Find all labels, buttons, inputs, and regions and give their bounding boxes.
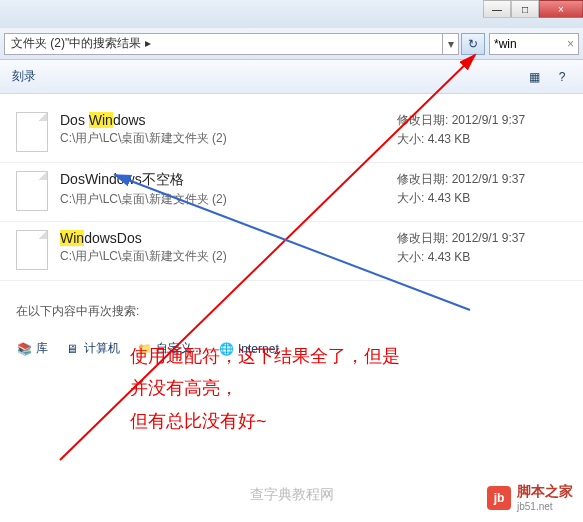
annotation-line3: 但有总比没有好~ [130, 405, 400, 437]
watermark-text: 脚本之家 [517, 483, 573, 501]
file-meta: 修改日期: 2012/9/1 9:37大小: 4.43 KB [397, 171, 567, 211]
file-row[interactable]: Dos WindowsC:\用户\LC\桌面\新建文件夹 (2)修改日期: 20… [0, 104, 583, 163]
toolbar: 刻录 ▦ ? [0, 60, 583, 94]
file-date: 修改日期: 2012/9/1 9:37 [397, 171, 567, 188]
file-name: DosWindows不空格 [60, 171, 397, 189]
watermark-logo: jb [487, 486, 511, 510]
minimize-button[interactable]: — [483, 0, 511, 18]
computer-label: 计算机 [84, 340, 120, 357]
file-date: 修改日期: 2012/9/1 9:37 [397, 230, 567, 247]
search-again-label: 在以下内容中再次搜索: [0, 291, 583, 332]
file-path: C:\用户\LC\桌面\新建文件夹 (2) [60, 248, 397, 265]
search-computer[interactable]: 🖥 计算机 [64, 340, 120, 357]
watermark: jb 脚本之家 jb51.net [487, 483, 573, 512]
file-icon [16, 230, 48, 270]
refresh-icon: ↻ [468, 37, 478, 51]
file-info: WindowsDosC:\用户\LC\桌面\新建文件夹 (2) [60, 230, 397, 270]
file-path: C:\用户\LC\桌面\新建文件夹 (2) [60, 130, 397, 147]
file-size: 大小: 4.43 KB [397, 131, 567, 148]
window-titlebar: — □ × [0, 0, 583, 28]
file-row[interactable]: WindowsDosC:\用户\LC\桌面\新建文件夹 (2)修改日期: 201… [0, 222, 583, 281]
view-options-icon[interactable]: ▦ [525, 68, 543, 86]
clear-search-icon[interactable]: × [567, 37, 574, 51]
toolbar-icons: ▦ ? [525, 68, 571, 86]
file-name: WindowsDos [60, 230, 397, 246]
address-field[interactable]: 文件夹 (2)"中的搜索结果 ▸ [4, 33, 443, 55]
annotation-text: 使用通配符，这下结果全了，但是 并没有高亮， 但有总比没有好~ [130, 340, 400, 437]
file-path: C:\用户\LC\桌面\新建文件夹 (2) [60, 191, 397, 208]
watermark-center: 查字典教程网 [250, 486, 334, 504]
annotation-line1: 使用通配符，这下结果全了，但是 [130, 340, 400, 372]
address-dropdown[interactable]: ▾ [443, 33, 459, 55]
watermark-sub: jb51.net [517, 501, 573, 512]
search-libraries[interactable]: 📚 库 [16, 340, 48, 357]
address-bar: 文件夹 (2)"中的搜索结果 ▸ ▾ ↻ *win × [0, 28, 583, 60]
help-icon[interactable]: ? [553, 68, 571, 86]
results-list: Dos WindowsC:\用户\LC\桌面\新建文件夹 (2)修改日期: 20… [0, 94, 583, 291]
burn-button[interactable]: 刻录 [12, 68, 36, 85]
file-size: 大小: 4.43 KB [397, 190, 567, 207]
file-icon [16, 112, 48, 152]
file-info: Dos WindowsC:\用户\LC\桌面\新建文件夹 (2) [60, 112, 397, 152]
file-name: Dos Windows [60, 112, 397, 128]
file-size: 大小: 4.43 KB [397, 249, 567, 266]
file-meta: 修改日期: 2012/9/1 9:37大小: 4.43 KB [397, 230, 567, 270]
close-button[interactable]: × [539, 0, 583, 18]
annotation-line2: 并没有高亮， [130, 372, 400, 404]
library-icon: 📚 [16, 341, 32, 357]
refresh-button[interactable]: ↻ [461, 33, 485, 55]
library-label: 库 [36, 340, 48, 357]
search-input[interactable]: *win × [489, 33, 579, 55]
file-icon [16, 171, 48, 211]
search-value: *win [494, 37, 517, 51]
file-info: DosWindows不空格C:\用户\LC\桌面\新建文件夹 (2) [60, 171, 397, 211]
file-date: 修改日期: 2012/9/1 9:37 [397, 112, 567, 129]
maximize-button[interactable]: □ [511, 0, 539, 18]
file-meta: 修改日期: 2012/9/1 9:37大小: 4.43 KB [397, 112, 567, 152]
window-buttons: — □ × [483, 0, 583, 18]
file-row[interactable]: DosWindows不空格C:\用户\LC\桌面\新建文件夹 (2)修改日期: … [0, 163, 583, 222]
computer-icon: 🖥 [64, 341, 80, 357]
